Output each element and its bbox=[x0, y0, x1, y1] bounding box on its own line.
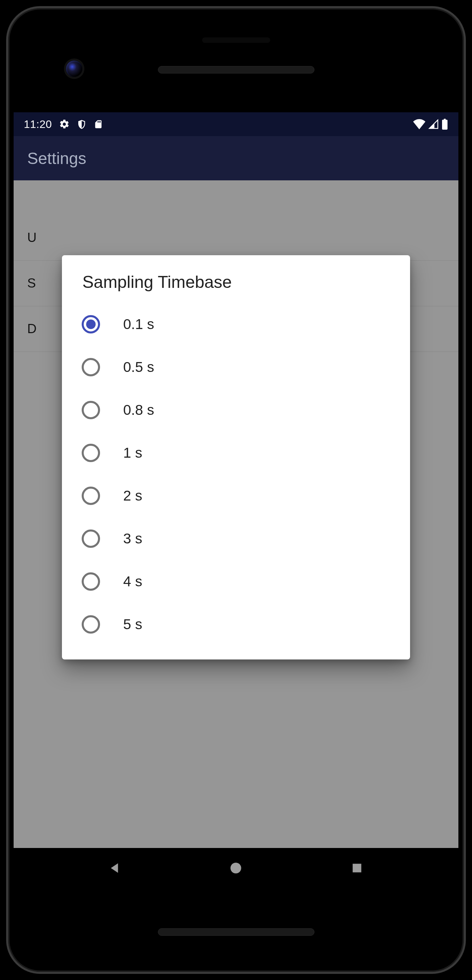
page-title: Settings bbox=[27, 149, 86, 168]
status-time: 11:20 bbox=[24, 118, 52, 130]
status-bar-right bbox=[413, 119, 448, 130]
radio-option-label: 2 s bbox=[123, 488, 142, 504]
radio-unselected-icon bbox=[82, 358, 100, 376]
status-bar: 11:20 bbox=[14, 112, 458, 136]
radio-unselected-icon bbox=[82, 444, 100, 462]
svg-rect-1 bbox=[353, 864, 361, 872]
radio-unselected-icon bbox=[82, 401, 100, 419]
cell-signal-icon bbox=[428, 119, 439, 129]
radio-option-label: 0.5 s bbox=[123, 359, 154, 375]
nav-back-button[interactable] bbox=[105, 858, 125, 878]
radio-option-label: 3 s bbox=[123, 530, 142, 547]
svg-point-0 bbox=[231, 862, 242, 873]
shield-icon bbox=[76, 119, 87, 129]
radio-option-label: 4 s bbox=[123, 573, 142, 590]
radio-option-label: 0.8 s bbox=[123, 402, 154, 418]
sampling-timebase-dialog: Sampling Timebase 0.1 s0.5 s0.8 s1 s2 s3… bbox=[62, 255, 410, 659]
app-bar: Settings bbox=[14, 136, 458, 180]
radio-option[interactable]: 1 s bbox=[62, 431, 410, 474]
radio-option-label: 1 s bbox=[123, 445, 142, 461]
dialog-title: Sampling Timebase bbox=[62, 272, 410, 303]
radio-selected-icon bbox=[82, 315, 100, 334]
phone-earpiece-speaker bbox=[158, 66, 315, 73]
nav-home-button[interactable] bbox=[226, 858, 246, 878]
navigation-bar bbox=[14, 848, 458, 888]
wifi-icon bbox=[413, 119, 426, 129]
phone-top-bezel bbox=[14, 14, 458, 112]
radio-option[interactable]: 3 s bbox=[62, 517, 410, 560]
radio-option-label: 0.1 s bbox=[123, 316, 154, 332]
sd-card-icon bbox=[94, 119, 103, 129]
radio-option[interactable]: 2 s bbox=[62, 474, 410, 517]
radio-option[interactable]: 0.8 s bbox=[62, 388, 410, 431]
status-bar-left: 11:20 bbox=[24, 118, 413, 130]
gear-icon bbox=[59, 119, 70, 130]
radio-unselected-icon bbox=[82, 487, 100, 505]
radio-unselected-icon bbox=[82, 530, 100, 548]
radio-option[interactable]: 0.5 s bbox=[62, 346, 410, 388]
battery-icon bbox=[441, 119, 448, 130]
radio-option[interactable]: 5 s bbox=[62, 603, 410, 646]
phone-bottom-bezel bbox=[14, 888, 458, 966]
radio-unselected-icon bbox=[82, 572, 100, 591]
phone-front-camera bbox=[66, 60, 83, 77]
radio-option[interactable]: 0.1 s bbox=[62, 303, 410, 346]
nav-recents-button[interactable] bbox=[347, 858, 367, 878]
phone-bottom-speaker bbox=[158, 928, 315, 936]
phone-notch bbox=[202, 37, 270, 43]
radio-option[interactable]: 4 s bbox=[62, 560, 410, 603]
radio-group: 0.1 s0.5 s0.8 s1 s2 s3 s4 s5 s bbox=[62, 303, 410, 646]
radio-unselected-icon bbox=[82, 615, 100, 633]
phone-frame: 11:20 bbox=[0, 0, 472, 980]
phone-screen: 11:20 bbox=[14, 112, 458, 888]
radio-option-label: 5 s bbox=[123, 616, 142, 633]
